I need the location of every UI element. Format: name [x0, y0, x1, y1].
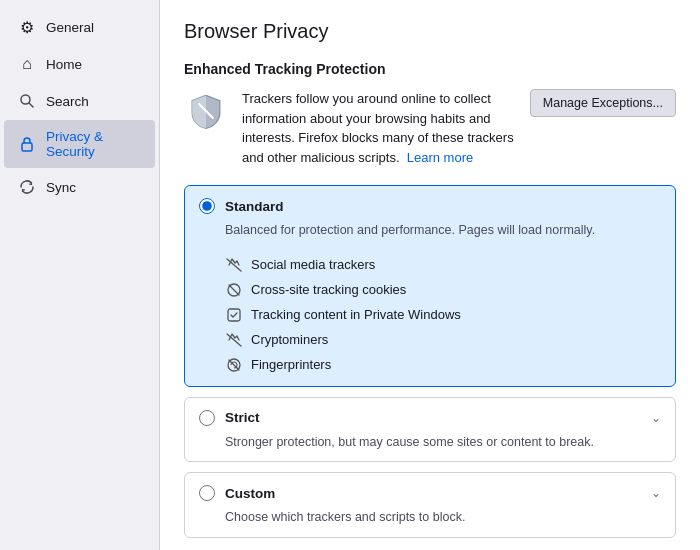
sidebar-label-search: Search: [46, 94, 89, 109]
standard-header[interactable]: Standard: [185, 186, 675, 222]
custom-description: Choose which trackers and scripts to blo…: [185, 509, 675, 537]
sidebar-item-search[interactable]: Search: [4, 83, 155, 119]
checklist-item-fingerprinters: Fingerprinters: [225, 356, 661, 374]
sidebar-item-general[interactable]: ⚙ General: [4, 9, 155, 45]
learn-more-link[interactable]: Learn more: [407, 150, 473, 165]
sidebar-item-home[interactable]: ⌂ Home: [4, 46, 155, 82]
strict-description: Stronger protection, but may cause some …: [185, 434, 675, 462]
main-content: Browser Privacy Enhanced Tracking Protec…: [160, 0, 700, 550]
home-icon: ⌂: [18, 55, 36, 73]
etp-header-row: Trackers follow you around online to col…: [184, 89, 676, 167]
cross-site-label: Cross-site tracking cookies: [251, 282, 406, 297]
sidebar: ⚙ General ⌂ Home Search Privacy & Securi…: [0, 0, 160, 550]
svg-rect-7: [228, 309, 240, 321]
strict-radio[interactable]: [199, 410, 215, 426]
cross-site-icon: [225, 281, 243, 299]
checklist-item-private: Tracking content in Private Windows: [225, 306, 661, 324]
sidebar-item-privacy[interactable]: Privacy & Security: [4, 120, 155, 168]
standard-section: Standard Balanced for protection and per…: [184, 185, 676, 387]
cryptominers-icon: [225, 331, 243, 349]
etp-section-title: Enhanced Tracking Protection: [184, 61, 676, 77]
social-trackers-icon: [225, 256, 243, 274]
strict-section: Strict ⌄ Stronger protection, but may ca…: [184, 397, 676, 463]
fingerprinters-label: Fingerprinters: [251, 357, 331, 372]
private-windows-label: Tracking content in Private Windows: [251, 307, 461, 322]
manage-exceptions-button[interactable]: Manage Exceptions...: [530, 89, 676, 117]
sidebar-label-general: General: [46, 20, 94, 35]
cryptominers-label: Cryptominers: [251, 332, 328, 347]
svg-rect-2: [22, 143, 32, 151]
standard-checklist: Social media trackers Cross-site trackin…: [185, 250, 675, 386]
custom-radio[interactable]: [199, 485, 215, 501]
standard-radio[interactable]: [199, 198, 215, 214]
custom-chevron-icon: ⌄: [651, 486, 661, 500]
standard-label: Standard: [225, 199, 284, 214]
lock-icon: [18, 135, 36, 153]
svg-line-6: [229, 285, 239, 295]
social-trackers-label: Social media trackers: [251, 257, 375, 272]
strict-label: Strict: [225, 410, 260, 425]
sync-icon: [18, 178, 36, 196]
sidebar-item-sync[interactable]: Sync: [4, 169, 155, 205]
strict-chevron-icon: ⌄: [651, 411, 661, 425]
gear-icon: ⚙: [18, 18, 36, 36]
checklist-item-social: Social media trackers: [225, 256, 661, 274]
sidebar-label-home: Home: [46, 57, 82, 72]
standard-description: Balanced for protection and performance.…: [185, 222, 675, 250]
fingerprinters-icon: [225, 356, 243, 374]
checklist-item-cross-site: Cross-site tracking cookies: [225, 281, 661, 299]
custom-label: Custom: [225, 486, 275, 501]
checklist-item-crypto: Cryptominers: [225, 331, 661, 349]
shield-icon: [184, 89, 228, 133]
page-title: Browser Privacy: [184, 20, 676, 43]
sidebar-label-sync: Sync: [46, 180, 76, 195]
custom-section: Custom ⌄ Choose which trackers and scrip…: [184, 472, 676, 538]
strict-header[interactable]: Strict ⌄: [185, 398, 675, 434]
search-icon: [18, 92, 36, 110]
svg-line-1: [29, 103, 33, 107]
sidebar-label-privacy: Privacy & Security: [46, 129, 141, 159]
custom-header[interactable]: Custom ⌄: [185, 473, 675, 509]
etp-description: Trackers follow you around online to col…: [242, 89, 516, 167]
private-windows-icon: [225, 306, 243, 324]
